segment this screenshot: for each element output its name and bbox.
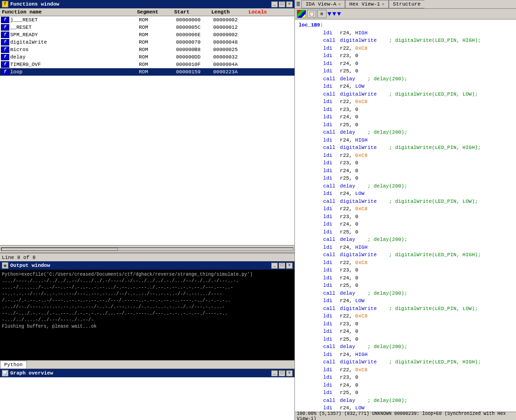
arrow-left[interactable]: ▼	[327, 10, 331, 18]
function-icon: f	[1, 24, 9, 31]
code-line: ldi r24, 0	[299, 328, 512, 336]
cell-fname: loop	[9, 69, 138, 75]
graph-icon[interactable]: 📋	[307, 10, 316, 18]
code-line: call digitalWrite ; digitalWrite(LED_PIN…	[299, 37, 512, 45]
code-line: call delay ; delay(200);	[299, 129, 512, 136]
tab-ida-view-a[interactable]: IDA View-A ✕	[301, 0, 345, 8]
output-line: Python>execfile('C:/Users/creased/Docume…	[2, 271, 293, 278]
tab-hex-close[interactable]: ✕	[382, 1, 385, 7]
code-line: call digitalWrite ; digitalWrite(LED_PIN…	[299, 358, 512, 366]
maximize-button[interactable]: □	[279, 1, 285, 7]
horizontal-scrollbar[interactable]	[0, 245, 294, 252]
code-line: ldi r22, 0xC8	[299, 45, 512, 52]
table-row[interactable]: f TIMER0_OVF ROM 0000010F 0000004A	[0, 61, 294, 68]
cell-start: 0000006E	[175, 32, 212, 38]
output-body: Python>execfile('C:/Users/creased/Docume…	[0, 270, 294, 360]
db-icon: 🗄	[295, 1, 301, 7]
output-maximize-button[interactable]: □	[279, 263, 285, 269]
tab-hex-view-1[interactable]: Hex View-1 ✕	[345, 0, 389, 8]
col-header-start: Start	[174, 9, 211, 15]
graph-minimize-button[interactable]: _	[271, 370, 278, 376]
cell-length: 0000004A	[212, 62, 249, 67]
cell-length: 00000048	[212, 39, 249, 45]
cell-start: 0000005C	[175, 25, 212, 30]
cell-start: 00000159	[175, 69, 212, 75]
status-bar: Line 8 of 8	[0, 253, 294, 261]
code-line: call digitalWrite ; digitalWrite(LED_PIN…	[299, 305, 512, 313]
output-minimize-button[interactable]: _	[271, 263, 278, 269]
code-line: call delay ; delay(200);	[299, 397, 512, 405]
tab-ida-close[interactable]: ✕	[338, 1, 341, 7]
table-row[interactable]: f __RESET ROM 0000005C 00000012	[0, 24, 294, 31]
table-row[interactable]: f SPM_READY ROM 0000006E 00000002	[0, 31, 294, 39]
code-line: ldi r24, 0	[299, 113, 512, 121]
code-line: call delay ; delay(200);	[299, 290, 512, 297]
output-line: --../-.../.-.-../.-..---../.-.-.-.-../..…	[2, 310, 293, 317]
code-line: call delay ; delay(200);	[299, 236, 512, 244]
cell-start: 000000DD	[175, 54, 212, 60]
code-line: ldi r22, 0xC8	[299, 98, 512, 106]
line-status: Line 8 of 8	[2, 255, 36, 260]
code-line: call delay ; delay(200);	[299, 182, 512, 190]
bottom-status-bar: 100.00% (5,1357) (832,771) UNKNOWN 00000…	[295, 412, 516, 420]
cell-segment: ROM	[138, 17, 175, 23]
output-window-title: Output window	[10, 263, 50, 268]
cell-fname: __RESET	[9, 25, 138, 30]
arrow-right[interactable]: ▼	[337, 10, 341, 18]
cell-fname: j___RESET	[9, 17, 138, 23]
function-icon: f	[1, 69, 9, 75]
tab-structure[interactable]: Structure	[389, 0, 424, 8]
output-line: -.../../....-/../---/----./-.--/-	[2, 317, 293, 323]
cell-start: 00000070	[175, 39, 212, 45]
cell-length: 00000002	[212, 32, 249, 38]
close-button[interactable]: ×	[286, 1, 293, 7]
code-line: ldi r22, 0xC8	[299, 366, 512, 374]
graph-maximize-button[interactable]: □	[279, 370, 285, 376]
table-row[interactable]: f micros ROM 000000B8 00000025	[0, 46, 294, 53]
cell-length: 00000032	[212, 54, 249, 60]
code-line: ldi r25, 0	[299, 67, 512, 75]
table-row[interactable]: f j___RESET ROM 00000000 00000002	[0, 16, 294, 24]
function-icon: f	[1, 39, 9, 45]
cell-length: 00000012	[212, 25, 249, 30]
options-icon[interactable]: ⚙	[317, 10, 327, 18]
cell-fname: TIMER0_OVF	[9, 62, 138, 67]
table-row[interactable]: f loop ROM 00000159 0000223A	[0, 68, 294, 76]
function-icon: f	[1, 17, 9, 23]
cell-segment: ROM	[138, 69, 175, 75]
graph-canvas	[0, 377, 294, 420]
output-line: /.-..-/.-.--.-..-/----..--.-..-.--.--./-…	[2, 297, 293, 304]
arrow-down[interactable]: ▼	[332, 10, 336, 18]
code-line: ldi r23, 0	[299, 320, 512, 328]
output-close-button[interactable]: ×	[286, 263, 293, 269]
code-line: call delay ; delay(200);	[299, 75, 512, 83]
code-line: ldi r22, 0xC8	[299, 259, 512, 267]
code-view: loc_1B9: ldi r24, HIGH call digitalWrite…	[295, 19, 516, 412]
table-header: Function name Segment Start Length Local…	[0, 8, 294, 16]
code-line: ldi r23, 0	[299, 52, 512, 60]
table-row[interactable]: f delay ROM 000000DD 00000032	[0, 53, 294, 61]
right-tabs: 🗄 IDA View-A ✕ Hex View-1 ✕ Structure	[295, 0, 516, 9]
cell-start: 00000000	[175, 17, 212, 23]
code-line: ldi r25, 0	[299, 174, 512, 182]
code-line: call digitalWrite ; digitalWrite(LED_PIN…	[299, 251, 512, 259]
cell-fname: micros	[9, 47, 138, 52]
code-line: ldi r24, HIGH	[299, 136, 512, 144]
graph-window-titlebar: 📊 Graph overview _ □ ×	[0, 369, 294, 377]
code-line: ldi r25, 0	[299, 389, 512, 397]
tab-ida-label: IDA View-A	[306, 1, 336, 7]
minimize-button[interactable]: _	[271, 1, 278, 7]
cell-fname: delay	[9, 54, 138, 60]
functions-table: f j___RESET ROM 00000000 00000002 f __RE…	[0, 16, 294, 245]
table-row[interactable]: f digitalWrite ROM 00000070 00000048	[0, 39, 294, 46]
python-tab[interactable]: Python	[0, 361, 27, 368]
functions-window-title: Functions window	[10, 1, 59, 7]
code-line: ldi r25, 0	[299, 121, 512, 129]
cell-start: 0000010F	[175, 62, 212, 67]
color-icon[interactable]	[297, 10, 306, 18]
code-line: ldi r23, 0	[299, 159, 512, 167]
output-line: .-..//--./----.---.--.--.-.--.---/-..-./…	[2, 304, 293, 310]
tab-structure-label: Structure	[393, 1, 420, 7]
graph-close-button[interactable]: ×	[286, 370, 293, 376]
output-window-titlebar: ▣ Output window _ □ ×	[0, 261, 294, 270]
